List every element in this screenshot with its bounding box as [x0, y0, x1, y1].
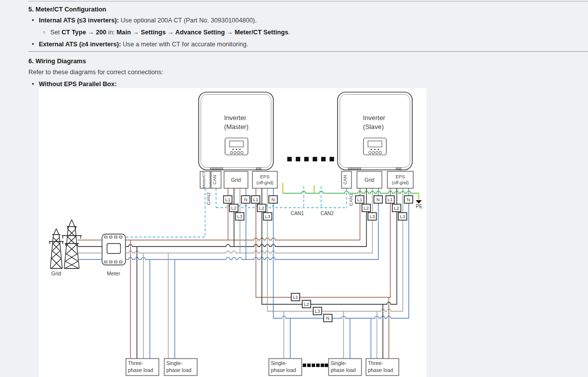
bullet-without-eps: Without EPS Parallel Box: — [39, 81, 117, 88]
terminal-label: L3 — [265, 214, 270, 219]
ground-arrow-icon — [416, 200, 422, 204]
load-box-label: Single- — [331, 361, 347, 366]
terminal-label: L2 — [231, 205, 236, 211]
more-loads-ellipsis — [303, 364, 328, 367]
load-drop-wires — [130, 240, 389, 359]
master-ports: Meter/CT CAN Grid EPS (off-grid) — [200, 171, 277, 188]
can1-bus-label: CAN1 — [291, 211, 304, 216]
terminal-label: L3 — [237, 214, 242, 219]
bullet-external-ats: External ATS (≥4 inverters): Use a meter… — [39, 41, 248, 48]
meter-box — [102, 234, 125, 265]
can1-vertical-label: CAN1 — [348, 193, 353, 206]
port-eps: EPS — [395, 174, 405, 179]
sub-bold-ct: CT Type → 200 — [62, 29, 107, 36]
meter-caption: Meter — [107, 270, 120, 276]
inverter-slave-label: Inverter — [363, 114, 385, 122]
display-panel-icon — [363, 138, 386, 155]
inverter-master: Inverter (Master) — [199, 92, 273, 170]
port-can: CAN — [343, 175, 348, 184]
can2-bus-label: CAN2 — [321, 211, 334, 216]
sub-bullet-ct-type: Set CT Type → 200 in: Main → Settings → … — [50, 29, 290, 36]
load-box-label: phase load — [271, 368, 296, 373]
load-box-label: phase load — [166, 368, 192, 373]
terminal-labels: L1 L2 L3 N L1 L2 L3 N L1 L2 L3 N L1 L2 L… — [224, 196, 413, 322]
load-boxes: Three-phase load Single-phase load Singl… — [126, 359, 399, 376]
load-box-label: phase load — [128, 368, 153, 373]
bullet-internal-ats-bold: Internal ATS (≤3 inverters): — [39, 17, 119, 24]
bus-label: L3 — [315, 308, 320, 314]
sub-post: . — [288, 29, 290, 36]
inverter-master-label: Inverter — [224, 114, 246, 122]
terminal-label: L1 — [357, 197, 362, 202]
section6-heading: 6. Wiring Diagrams — [28, 57, 86, 65]
can2-vertical-label: CAN2 — [206, 192, 211, 205]
sub-pre: Set — [50, 29, 62, 36]
bullet-external-ats-bold: External ATS (≥4 inverters): — [39, 41, 121, 48]
bullet-marker: • — [32, 17, 34, 24]
terminal-label: N — [376, 197, 380, 202]
load-box-label: Three- — [128, 361, 143, 366]
section6-intro: Refer to these diagrams for correct conn… — [28, 69, 163, 76]
wiring-diagram-image: Grid Meter — [39, 88, 426, 377]
terminal-label: L1 — [253, 197, 258, 202]
inverter-master-sublabel: (Master) — [224, 123, 248, 130]
terminal-label: L1 — [225, 197, 231, 202]
sub-bullet-marker: ○ — [43, 30, 45, 35]
bus-label: L1 — [293, 294, 298, 300]
terminal-label: N — [271, 197, 275, 202]
load-box-label: Three- — [368, 361, 383, 366]
bus-label: N — [326, 315, 330, 321]
terminal-label: L2 — [394, 205, 399, 211]
section5-heading: 5. Meter/CT Configuration — [28, 5, 106, 13]
display-panel-icon — [225, 138, 248, 155]
sub-mid: in: — [107, 29, 117, 36]
bullet-external-ats-text: Use a meter with CT for accurate monitor… — [121, 41, 248, 48]
terminal-label: L2 — [363, 205, 369, 211]
pe-label: PE — [416, 204, 423, 209]
port-eps-sub: (off-grid) — [256, 180, 273, 185]
top-divider — [28, 1, 588, 1]
terminal-label: L1 — [387, 197, 393, 202]
port-meter-ct: Meter/CT — [202, 171, 206, 188]
load-box-label: Single- — [271, 361, 287, 366]
terminal-label: L3 — [369, 214, 375, 219]
terminal-label: L2 — [259, 205, 264, 211]
more-inverters-ellipsis — [287, 157, 334, 161]
terminal-label: L3 — [400, 214, 405, 219]
load-box-label: phase load — [368, 368, 393, 373]
bullet-marker: • — [32, 41, 34, 48]
port-eps: EPS — [260, 174, 269, 179]
inverter-slave-sublabel: (Slave) — [363, 123, 384, 130]
terminal-label: N — [407, 197, 410, 202]
terminal-label: N — [244, 197, 247, 202]
section-divider — [28, 51, 588, 52]
port-grid: Grid — [231, 177, 241, 183]
port-eps-sub: (off-grid) — [392, 180, 409, 185]
bullet-marker: • — [32, 81, 34, 88]
port-grid: Grid — [364, 177, 374, 183]
inverter-slave: Inverter (Slave) — [338, 92, 412, 170]
slave-ports: CAN Grid EPS (off-grid) — [342, 171, 413, 188]
grid-towers-icon — [49, 220, 82, 268]
bullet-internal-ats: Internal ATS (≤3 inverters): Use optiona… — [39, 17, 257, 24]
grid-caption: Grid — [51, 270, 61, 276]
sub-bold-path: Main → Settings → Advance Setting → Mete… — [117, 29, 288, 36]
bus-label: L2 — [304, 301, 309, 307]
bullet-without-eps-bold: Without EPS Parallel Box: — [39, 81, 117, 88]
load-box-label: phase load — [331, 368, 356, 373]
load-box-label: Single- — [166, 361, 182, 366]
wiring-diagram-svg: Grid Meter — [39, 88, 426, 377]
bullet-internal-ats-text: Use optional 200A CT (Part No. 309301004… — [119, 17, 257, 24]
port-can: CAN — [212, 175, 217, 184]
